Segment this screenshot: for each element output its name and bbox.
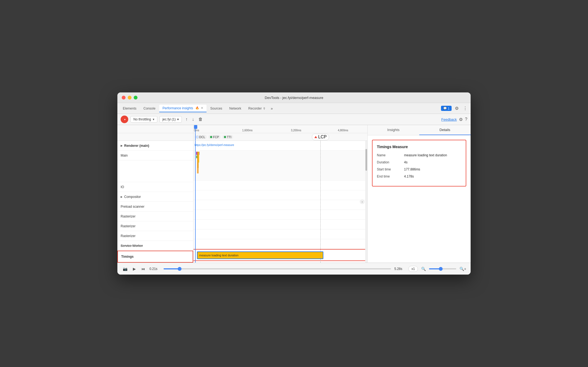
start-time-label: 0.21s	[149, 267, 160, 271]
tab-close-icon[interactable]: ✕	[201, 106, 203, 110]
zoom-slider-thumb[interactable]	[439, 267, 443, 271]
throttling-dropdown[interactable]: No throttling ▾	[130, 116, 157, 123]
devtools-more-button[interactable]: ⋮	[462, 105, 468, 112]
chat-button[interactable]: 💬 1	[441, 106, 452, 111]
detail-label-name: Name	[377, 153, 404, 157]
track-label-preload: Preload scanner	[117, 202, 193, 212]
track-label-empty-space	[117, 160, 193, 182]
speed-pill[interactable]: x1	[408, 266, 418, 272]
tti-label: TTI	[227, 135, 232, 139]
header-row: 0ms 1,600ms 3,200ms 4,800ms	[117, 125, 367, 133]
slider-thumb[interactable]	[178, 267, 182, 271]
tab-details[interactable]: Details	[419, 125, 471, 135]
markers-bar: DCL FCP TTI LCP	[193, 133, 367, 141]
record-button[interactable]	[121, 116, 128, 123]
header-left-spacer	[117, 125, 193, 133]
zoom-out-button[interactable]: 🔍	[421, 267, 426, 271]
track-content-io	[193, 181, 367, 190]
tab-console-label: Console	[143, 107, 155, 110]
tab-sources[interactable]: Sources	[207, 105, 226, 112]
performance-insights-icon: 🔥	[195, 106, 199, 110]
track-label-rasterizer1: Rasterizer	[117, 212, 193, 221]
devtools-settings-button[interactable]: ⚙	[454, 105, 460, 112]
dcl-dot	[196, 136, 198, 138]
throttling-arrow-icon: ▾	[153, 117, 154, 121]
main-content: 0ms 1,600ms 3,200ms 4,800ms DCL	[117, 125, 471, 263]
track-label-rasterizer3: Rasterizer	[117, 231, 193, 241]
cursor-markers	[195, 133, 196, 141]
track-content-compositor	[193, 190, 367, 200]
timings-measure-bar[interactable]: measure loading text duration	[197, 251, 324, 259]
url-label-in-track: https://jec.fyi/demo/perf-measure	[195, 144, 234, 147]
download-button[interactable]: ↓	[190, 116, 195, 122]
timeline-scrollbar[interactable]	[365, 141, 367, 263]
expand-panel-button[interactable]: ›	[360, 199, 365, 204]
tti-marker: TTI	[222, 135, 233, 139]
tab-insights[interactable]: Insights	[368, 125, 419, 135]
scrollbar-thumb[interactable]	[365, 149, 367, 171]
upload-button[interactable]: ↑	[184, 116, 189, 122]
zoom-slider-fill	[429, 268, 440, 269]
detail-label-start-time: Start time	[377, 167, 404, 171]
timeline-slider[interactable]	[164, 268, 391, 269]
tab-bar-right: 💬 1 ⚙ ⋮	[441, 105, 468, 112]
title-bar: DevTools - jec.fyi/demo/perf-measure	[117, 92, 471, 103]
tick-0: 0ms	[194, 129, 199, 132]
fcp-marker: FCP	[208, 135, 221, 139]
markers-row: DCL FCP TTI LCP	[117, 133, 367, 141]
track-label-timings: Timings	[117, 251, 193, 263]
lcp-label: LCP	[318, 135, 327, 139]
track-content-rasterizer3	[193, 229, 367, 239]
settings-button[interactable]: ⚙	[459, 117, 463, 122]
detail-value-start-time: 177.886ms	[404, 167, 461, 171]
maximize-button[interactable]	[134, 96, 137, 99]
tab-network-label: Network	[229, 107, 241, 110]
track-label-main: Main	[117, 151, 193, 160]
url-label: jec.fyi (1)	[162, 117, 176, 121]
track-label-rasterizer2: Rasterizer	[117, 221, 193, 231]
tab-elements[interactable]: Elements	[120, 105, 140, 112]
help-button[interactable]: ?	[465, 117, 467, 122]
track-content-service-worker	[193, 239, 367, 249]
skip-to-start-button[interactable]: ⏮	[140, 266, 146, 272]
details-card: Timings Measure Name measure loading tex…	[372, 140, 466, 186]
tab-recorder-label: Recorder	[248, 107, 262, 110]
tab-elements-label: Elements	[123, 107, 136, 110]
tti-dot	[224, 136, 226, 138]
cursor-line	[195, 141, 196, 263]
chat-icon: 💬	[443, 107, 447, 110]
detail-value-duration: 4s	[404, 160, 461, 164]
screenshot-button[interactable]: 📷	[122, 266, 129, 272]
recorder-icon: 🎙	[263, 107, 266, 110]
tick-3200: 3,200ms	[291, 129, 301, 132]
delete-button[interactable]: 🗑	[197, 116, 204, 122]
tab-console[interactable]: Console	[140, 105, 159, 112]
fcp-label: FCP	[213, 135, 219, 139]
feedback-button[interactable]: Feedback	[441, 117, 457, 122]
window-title: DevTools - jec.fyi/demo/perf-measure	[265, 96, 323, 100]
track-label-io: IO	[117, 182, 193, 192]
tab-recorder[interactable]: Recorder 🎙	[245, 105, 269, 112]
traffic-lights	[122, 96, 137, 99]
zoom-slider[interactable]	[429, 268, 456, 269]
zoom-in-button[interactable]: 🔍+	[459, 267, 466, 271]
fcp-dot	[210, 136, 212, 138]
timings-measure-label: measure loading text duration	[199, 254, 239, 257]
url-dropdown[interactable]: jec.fyi (1) ▾	[159, 116, 182, 123]
tab-bar: Elements Console Performance insights 🔥 …	[117, 103, 471, 114]
tab-performance-insights[interactable]: Performance insights 🔥 ✕	[159, 105, 207, 112]
detail-row-start-time: Start time 177.886ms	[377, 167, 461, 171]
detail-row-end-time: End time 4.178s	[377, 175, 461, 178]
tab-details-label: Details	[439, 128, 450, 132]
tab-sources-label: Sources	[210, 107, 222, 110]
devtools-window: DevTools - jec.fyi/demo/perf-measure Ele…	[117, 92, 471, 275]
timeline-area: 0ms 1,600ms 3,200ms 4,800ms DCL	[117, 125, 367, 263]
more-tabs-button[interactable]: »	[270, 105, 274, 112]
track-content-timings: measure loading text duration	[193, 249, 367, 261]
toolbar-icons: ↑ ↓ 🗑	[184, 116, 204, 122]
minimize-button[interactable]	[128, 96, 132, 99]
track-label-compositor: Compositor	[117, 192, 193, 202]
play-button[interactable]: ▶	[132, 266, 137, 272]
tab-network[interactable]: Network	[226, 105, 245, 112]
close-button[interactable]	[122, 96, 126, 99]
